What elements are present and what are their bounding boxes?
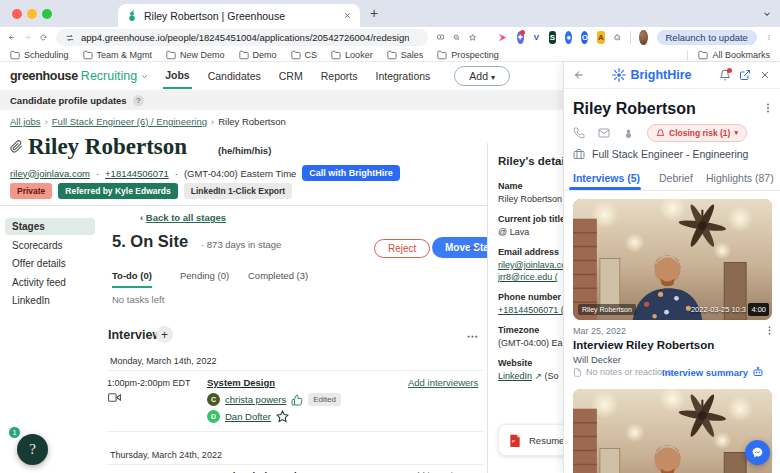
nav-integrations[interactable]: Integrations [373, 64, 432, 88]
profile-avatar[interactable] [639, 30, 647, 45]
forward-icon[interactable] [24, 31, 31, 44]
tab-close-icon[interactable] [343, 11, 352, 20]
folder-icon [10, 50, 20, 60]
interview-summary-link[interactable]: Interview summary [662, 366, 764, 378]
tab-completed[interactable]: Completed (3) [248, 270, 308, 281]
zoom-icon[interactable] [453, 31, 460, 44]
bookmark-folder[interactable]: Sales [387, 50, 424, 60]
call-with-brighthire-button[interactable]: Call with BrightHire [302, 165, 400, 181]
folder-icon [83, 50, 93, 60]
extension-gear-icon[interactable]: ✦ [517, 31, 524, 44]
site-info-icon[interactable] [65, 33, 75, 43]
sidebar-item-stages[interactable]: Stages [12, 221, 45, 232]
add-interview-button[interactable]: + [156, 326, 173, 343]
nav-reports[interactable]: Reports [319, 64, 360, 88]
sidebar-item-scorecards[interactable]: Scorecards [12, 240, 63, 251]
tab-todo[interactable]: To-do (0) [112, 270, 152, 288]
email-link[interactable]: riley@joinlava.com [498, 260, 563, 270]
sidebar-item-offer-details[interactable]: Offer details [12, 258, 66, 269]
linkedin-link[interactable]: LinkedIn [498, 371, 532, 381]
linkedin-export-badge[interactable]: LinkedIn 1-Click Export [184, 183, 292, 199]
ai-robot-icon [752, 366, 764, 378]
notifications-bell[interactable] [719, 69, 731, 81]
extension-camera-icon[interactable]: O [581, 31, 588, 44]
bookmark-star-icon[interactable] [469, 31, 476, 44]
thumbs-up-icon[interactable] [291, 394, 303, 406]
greenhouse-icon[interactable] [623, 128, 634, 139]
breadcrumb-all-jobs[interactable]: All jobs [10, 116, 41, 127]
panel-close-icon[interactable] [759, 69, 771, 81]
window-zoom-dot[interactable] [42, 9, 52, 19]
nav-crm[interactable]: CRM [277, 64, 305, 88]
relaunch-button[interactable]: Relaunch to update [657, 30, 757, 45]
greenhouse-header: greenhouse Recruiting Jobs Candidates CR… [0, 62, 563, 90]
mail-icon[interactable] [598, 127, 610, 139]
refresh-icon[interactable] [40, 32, 47, 44]
bookmark-folder[interactable]: Team & Mgmt [83, 50, 153, 60]
back-icon[interactable] [8, 31, 15, 44]
interview-video-thumbnail[interactable] [573, 389, 772, 473]
bookmark-folder[interactable]: Scheduling [10, 50, 69, 60]
panel-back-icon[interactable] [573, 69, 585, 81]
extension-a-icon[interactable]: A [597, 31, 604, 44]
reject-button[interactable]: Reject [374, 239, 430, 258]
new-tab-button[interactable]: + [370, 5, 378, 21]
window-minimize-dot[interactable] [27, 9, 37, 19]
candidate-phone-link[interactable]: +18144506071 [105, 168, 169, 179]
chat-bubble-icon [751, 446, 764, 459]
details-title: Riley's details [498, 155, 563, 167]
entry-more-icon[interactable] [764, 325, 775, 336]
tab-pending[interactable]: Pending (0) [180, 270, 229, 281]
nav-candidates[interactable]: Candidates [206, 64, 263, 88]
help-widget-button[interactable]: ? [17, 434, 48, 465]
extension-v-icon[interactable]: V [533, 31, 540, 44]
add-interviewers-link[interactable]: Add interviewers [408, 377, 478, 388]
extension-pink-icon[interactable] [497, 31, 508, 44]
extensions-puzzle-icon[interactable] [614, 31, 621, 44]
extension-lock-icon[interactable]: ● [565, 31, 572, 44]
sidebar-item-linkedin[interactable]: LinkedIn [12, 295, 50, 306]
star-icon[interactable] [276, 410, 289, 423]
bookmark-folder[interactable]: Looker [331, 50, 373, 60]
interview-name-link[interactable]: System Design [207, 377, 275, 388]
resume-card[interactable]: P Resume [498, 424, 563, 456]
sidebar-item-activity-feed[interactable]: Activity feed [12, 277, 66, 288]
nav-jobs[interactable]: Jobs [163, 63, 192, 89]
save-page-icon[interactable] [437, 31, 444, 44]
tab-search-chevron-icon[interactable] [762, 9, 772, 19]
phone-link[interactable]: +18144506071 ( [498, 305, 563, 315]
extension-s-icon[interactable]: S [549, 31, 556, 44]
bookmark-folder[interactable]: Prospecting [437, 50, 499, 60]
interview-video-thumbnail[interactable]: Riley Robertson 2022-03-25 10:3 4:00 [573, 199, 772, 320]
all-bookmarks-button[interactable]: All Bookmarks [687, 50, 770, 60]
window-close-dot[interactable] [12, 9, 22, 19]
panel-tab-debrief[interactable]: Debrief [659, 172, 693, 184]
chrome-menu-icon[interactable] [766, 32, 772, 43]
greenhouse-logo[interactable]: greenhouse Recruiting [10, 69, 149, 83]
panel-tab-interviews[interactable]: Interviews (5) [573, 172, 640, 184]
interviewer-link[interactable]: Dan Dofter [225, 411, 271, 422]
closing-risk-pill[interactable]: Closing risk (1)▾ [647, 124, 747, 142]
open-external-icon[interactable] [739, 69, 751, 81]
email-link[interactable]: jrr8@rice.edu ( [498, 272, 558, 282]
paperclip-icon[interactable] [10, 140, 23, 153]
chat-widget-button[interactable] [745, 440, 770, 465]
interviewer-link[interactable]: christa powers [225, 394, 286, 405]
bookmark-folder[interactable]: New Demo [166, 50, 225, 60]
back-to-stages-link[interactable]: ‹ Back to all stages [140, 212, 226, 223]
phone-icon[interactable] [573, 127, 585, 139]
candidate-email-link[interactable]: riley@joinlava.com [10, 168, 90, 179]
entry-title[interactable]: Interview Riley Robertson [573, 339, 714, 351]
help-question-icon[interactable]: ? [133, 95, 144, 106]
stage-more-icon[interactable]: ⋯ [469, 241, 481, 254]
url-text[interactable]: app4.greenhouse.io/people/18245451004/ap… [81, 32, 410, 43]
panel-more-icon[interactable] [762, 102, 774, 114]
breadcrumb-job[interactable]: Full Stack Engineer (6) / Engineering [52, 116, 207, 127]
bookmark-folder[interactable]: Demo [239, 50, 277, 60]
interviews-more-icon[interactable]: ⋯ [467, 330, 479, 343]
add-button[interactable]: Add ▾ [454, 66, 510, 86]
bookmark-folder[interactable]: CS [291, 50, 318, 60]
panel-tab-highlights[interactable]: Highlights (87) [706, 172, 774, 184]
url-bar[interactable]: app4.greenhouse.io/people/18245451004/ap… [56, 29, 428, 46]
browser-tab[interactable]: Riley Robertson | Greenhouse [118, 4, 360, 27]
